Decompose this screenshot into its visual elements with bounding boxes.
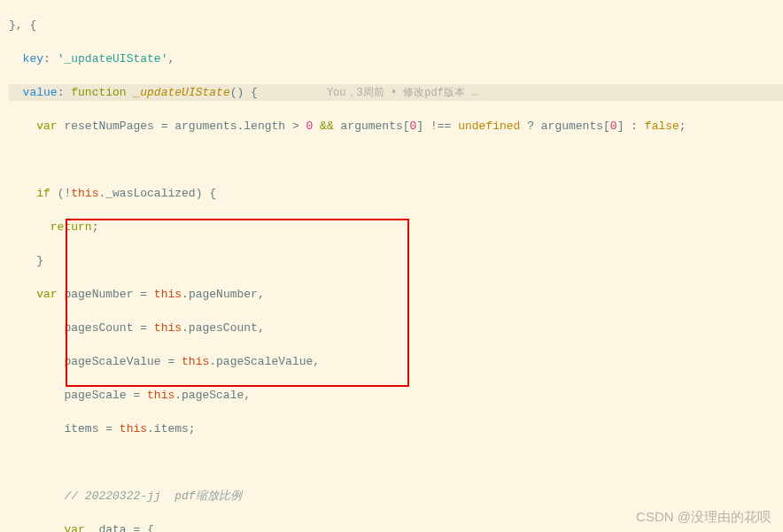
code-line (9, 454, 783, 471)
keyword: undefined (458, 120, 520, 133)
comment: // 20220322-jj pdf缩放比例 (64, 490, 241, 503)
text: pageNumber = (64, 288, 153, 301)
text: .items; (147, 422, 196, 436)
code-line: }, { (9, 17, 783, 34)
code-line: // 20220322-jj pdf缩放比例 (9, 488, 783, 505)
code-line: key: '_updateUIState', (9, 50, 783, 67)
text: (! (50, 187, 71, 200)
text: .pageScaleValue, (209, 355, 320, 368)
text: key (23, 52, 43, 66)
text: arguments[ (541, 120, 610, 133)
text: items = (64, 422, 119, 436)
keyword: this (147, 389, 174, 402)
text: value (23, 86, 58, 99)
codelens-annotation[interactable]: You，3周前 • 修改pdf版本 … (327, 87, 477, 99)
text: pagesCount = (64, 321, 153, 335)
code-line: pagesCount = this.pagesCount, (9, 320, 783, 336)
keyword: && (313, 120, 340, 133)
keyword: var (36, 288, 57, 301)
text: } (36, 254, 43, 267)
text: ] !== (416, 120, 458, 133)
text: arguments (174, 120, 236, 133)
text: .pagesCount, (182, 321, 265, 335)
keyword: this (182, 355, 209, 368)
keyword: var (64, 523, 84, 532)
keyword: this (120, 422, 147, 436)
num: 0 (610, 120, 617, 133)
keyword: false (645, 120, 679, 133)
code-line: var resetNumPages = arguments.length > 0… (9, 118, 783, 135)
keyword: var (36, 120, 57, 133)
code-editor[interactable]: }, { key: '_updateUIState', value: funct… (0, 0, 783, 532)
code-line: var _data = { (9, 521, 783, 532)
text: arguments[ (341, 120, 410, 133)
code-line: return; (9, 219, 783, 235)
text: ._wasLocalized) { (98, 187, 216, 200)
text: }, { (9, 19, 36, 32)
keyword: this (154, 321, 182, 335)
text: pageScale = (64, 389, 147, 402)
code-line-highlighted: value: function _updateUIState() { You，3… (9, 84, 783, 101)
text: resetNumPages (64, 120, 153, 133)
code-line: pageScale = this.pageScale, (9, 387, 783, 404)
text: pageScaleValue = (64, 355, 182, 368)
function-name: _updateUIState (133, 86, 229, 99)
code-line: } (9, 252, 783, 269)
text: '_updateUIState' (58, 52, 168, 66)
text: .pageNumber, (182, 288, 265, 301)
code-line: items = this.items; (9, 420, 783, 437)
keyword: function (71, 86, 126, 99)
keyword: return (50, 220, 92, 234)
keyword: if (36, 187, 50, 200)
text: .pageScale, (174, 389, 251, 402)
text: _data = { (85, 523, 154, 532)
text: .length > (236, 120, 306, 133)
code-line (9, 151, 783, 168)
keyword: this (71, 187, 98, 200)
code-line: var pageNumber = this.pageNumber, (9, 286, 783, 303)
text: ? (520, 120, 540, 133)
text: ] : (617, 120, 645, 133)
code-line: if (!this._wasLocalized) { (9, 185, 783, 202)
code-line: pageScaleValue = this.pageScaleValue, (9, 353, 783, 370)
keyword: this (154, 288, 182, 301)
